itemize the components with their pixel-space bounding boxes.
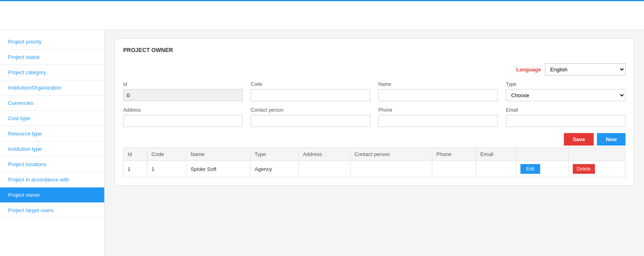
row-contact-person xyxy=(350,161,432,177)
name-label: Name xyxy=(378,81,498,87)
row-address xyxy=(299,161,350,177)
form-group-email: Email xyxy=(506,107,625,127)
row-delete-cell: Delete xyxy=(568,161,625,177)
form-panel: PROJECT OWNER Language English French Sp… xyxy=(115,38,634,186)
code-field[interactable] xyxy=(251,89,370,101)
language-label: Language xyxy=(516,67,541,73)
row-id: 1 xyxy=(124,161,147,177)
sidebar-item-project-status[interactable]: Project status xyxy=(0,50,104,65)
form-group-code: Code xyxy=(251,81,370,101)
form-group-contact-person: Contact person xyxy=(251,107,370,127)
type-select[interactable]: Choose Agency Government NGO Private xyxy=(506,89,625,101)
col-email: Email xyxy=(476,148,516,161)
sidebar-item-institution-type[interactable]: Institution type xyxy=(0,142,104,157)
row-email xyxy=(476,161,516,177)
contact-person-field[interactable] xyxy=(251,115,370,127)
form-row-1: Id Code Name Type Choose Agency Gove xyxy=(123,81,625,101)
sidebar-item-project-owner[interactable]: Project owner xyxy=(0,187,104,203)
save-button[interactable]: Save xyxy=(564,133,594,146)
col-address: Address xyxy=(299,148,350,161)
main-layout: Project priority Project status Project … xyxy=(0,30,644,256)
col-action-1 xyxy=(516,148,568,161)
contact-person-label: Contact person xyxy=(251,107,370,113)
id-field xyxy=(123,89,243,101)
col-id: Id xyxy=(124,148,147,161)
id-label: Id xyxy=(123,81,243,87)
form-group-address: Address xyxy=(123,107,243,127)
form-group-type: Type Choose Agency Government NGO Privat… xyxy=(506,81,625,101)
sidebar-item-currencies[interactable]: Currencies xyxy=(0,96,104,111)
sidebar-item-resource-type[interactable]: Resource type xyxy=(0,126,104,142)
col-name: Name xyxy=(186,148,250,161)
row-code: 1 xyxy=(147,161,186,177)
section-title: PROJECT OWNER xyxy=(123,47,625,55)
sidebar-item-project-priority[interactable]: Project priority xyxy=(0,34,104,50)
table-row: 1 1 Spider Soft Agency Edit Delete xyxy=(124,161,625,177)
col-type: Type xyxy=(250,148,299,161)
col-phone: Phone xyxy=(432,148,476,161)
content-area: PROJECT OWNER Language English French Sp… xyxy=(105,30,644,256)
language-select[interactable]: English French Spanish Arabic xyxy=(545,63,625,75)
phone-field[interactable] xyxy=(378,115,498,127)
phone-label: Phone xyxy=(378,107,498,113)
row-name: Spider Soft xyxy=(186,161,250,177)
col-contact-person: Contact person xyxy=(350,148,432,161)
email-field[interactable] xyxy=(506,115,625,127)
type-label: Type xyxy=(506,81,625,87)
button-row: Save New xyxy=(123,133,625,146)
form-row-2: Address Contact person Phone Email xyxy=(123,107,625,127)
address-label: Address xyxy=(123,107,243,113)
edit-button[interactable]: Edit xyxy=(520,164,540,174)
col-code: Code xyxy=(147,148,186,161)
col-action-2 xyxy=(568,148,625,161)
address-field[interactable] xyxy=(123,115,243,127)
sidebar-item-cost-type[interactable]: Cost type xyxy=(0,111,104,126)
language-row: Language English French Spanish Arabic xyxy=(123,63,625,75)
email-label: Email xyxy=(506,107,625,113)
row-phone xyxy=(432,161,476,177)
code-label: Code xyxy=(251,81,370,87)
sidebar-item-project-in-accordance-with[interactable]: Project in accordance with xyxy=(0,172,104,187)
row-edit-cell: Edit xyxy=(516,161,568,177)
top-bar xyxy=(0,0,644,30)
new-button[interactable]: New xyxy=(597,133,625,146)
sidebar-item-project-target-users[interactable]: Project target users xyxy=(0,203,104,218)
form-group-phone: Phone xyxy=(378,107,498,127)
sidebar-item-institution-organization[interactable]: Institution/Organization xyxy=(0,80,104,96)
sidebar-item-project-category[interactable]: Project category xyxy=(0,65,104,80)
row-type: Agency xyxy=(250,161,299,177)
data-table: Id Code Name Type Address Contact person… xyxy=(123,148,625,177)
delete-button[interactable]: Delete xyxy=(573,164,595,174)
sidebar-item-project-locations[interactable]: Project locations xyxy=(0,157,104,172)
form-group-name: Name xyxy=(378,81,498,101)
sidebar: Project priority Project status Project … xyxy=(0,30,105,256)
name-field[interactable] xyxy=(378,89,498,101)
form-group-id: Id xyxy=(123,81,243,101)
